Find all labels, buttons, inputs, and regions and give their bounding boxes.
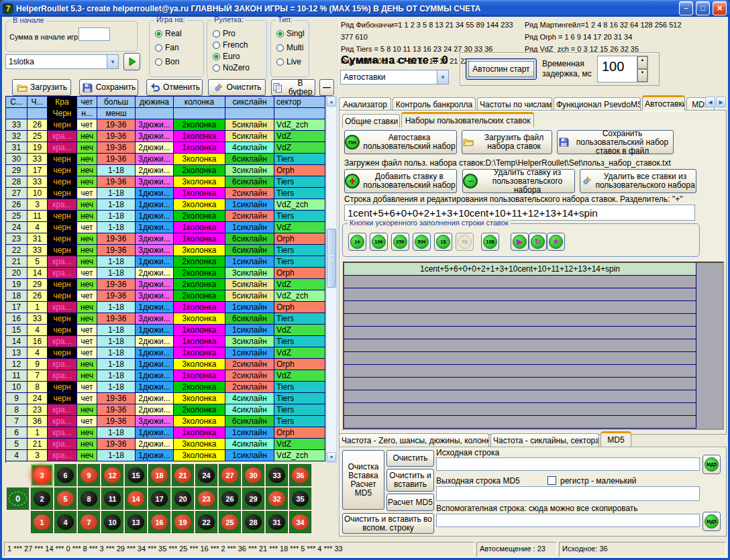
table-row[interactable]: 43кра...неч1-181дюжи...3колонка1сиклайнV… <box>6 450 326 461</box>
coin-button-1[interactable]: 10¢ <box>370 233 388 251</box>
board-cell-12[interactable]: 12 <box>101 464 123 486</box>
table-row[interactable]: 117кра...неч1-181дюжи...1колонка2сиклайн… <box>6 370 326 382</box>
mode-combo[interactable]: Автоставки ▼ <box>340 70 449 85</box>
board-cell-27[interactable]: 27 <box>219 464 241 486</box>
board-cell-31[interactable]: 31 <box>266 511 288 533</box>
board-cell-36[interactable]: 36 <box>289 464 311 486</box>
main-tab-1[interactable]: Контроль банкролла <box>393 97 476 111</box>
table-row[interactable]: 2833черннеч19-363дюжи...3колонка6сиклайн… <box>6 176 326 188</box>
table-row[interactable]: 215кра...неч1-181дюжи...2колонка1сиклайн… <box>6 256 326 268</box>
bet-list-row[interactable] <box>344 288 696 301</box>
toolbar-button-0[interactable]: Загрузить <box>12 79 71 96</box>
table-row[interactable]: 108чернчет1-181дюжи...2колонка2сиклайнTi… <box>6 382 326 393</box>
main-tab-0[interactable]: Анализатор <box>339 97 391 111</box>
board-cell-5[interactable]: 5 <box>54 488 76 510</box>
table-row[interactable]: 2014кра...чет1-182дюжи...2колонка3сиклай… <box>6 268 326 279</box>
table-row[interactable]: 2917черннеч1-182дюжи...2колонка3сиклайнO… <box>6 165 326 176</box>
slot-combo[interactable]: 1slotka ▼ <box>5 54 119 69</box>
radio-option-euro[interactable]: Euro <box>213 52 266 61</box>
coin-button-4[interactable]: 1$ <box>434 233 452 251</box>
table-row[interactable]: 3326чернчет19-363дюжи...2колонка5сиклайн… <box>6 119 326 131</box>
slot-play-button[interactable] <box>123 53 140 70</box>
board-cell-22[interactable]: 22 <box>195 511 217 533</box>
md5-clear-paste-calc-button[interactable]: Очистка Вставка Расчет MD5 <box>342 450 384 510</box>
register-checkbox[interactable] <box>548 476 556 485</box>
md5-source-input[interactable] <box>436 457 700 471</box>
delay-spinner[interactable]: 100 ▲ ▼ <box>597 56 648 82</box>
md5-clear-button[interactable]: Очистить <box>386 450 434 467</box>
table-row[interactable]: 129кра...неч1-181дюжи...3колонка2сиклайн… <box>6 359 326 370</box>
remove-all-bets-button[interactable]: Удалить все ставки из пользовательского … <box>580 169 696 193</box>
bet-list-row[interactable] <box>344 327 696 339</box>
board-cell-30[interactable]: 30 <box>242 464 264 486</box>
board-cell-17[interactable]: 17 <box>148 488 170 510</box>
bottom-tab-0[interactable]: Частота - Zero, шансы, дюжины, колонки <box>339 433 489 447</box>
board-cell-15[interactable]: 15 <box>125 464 147 486</box>
table-row[interactable]: 2331черннеч19-363дюжи...1колонка6сиклайн… <box>6 233 326 245</box>
bet-list-row[interactable] <box>344 314 696 327</box>
board-cell-6[interactable]: 6 <box>54 464 76 486</box>
table-row[interactable]: 1416кра...чет1-182дюжи...1колонка3сиклай… <box>6 336 326 347</box>
coin-button-2[interactable]: 25¢ <box>391 233 409 251</box>
board-cell-34[interactable]: 34 <box>289 511 311 533</box>
toolbar-button-3[interactable]: Очистить <box>208 79 266 96</box>
md5-run-button[interactable]: МД5 <box>702 455 721 474</box>
radio-option-french[interactable]: French <box>213 40 266 50</box>
scrollbar-thumb[interactable] <box>327 229 336 288</box>
board-cell-9[interactable]: 9 <box>78 464 100 486</box>
board-cell-2[interactable]: 2 <box>31 488 53 510</box>
board-cell-25[interactable]: 25 <box>219 511 241 533</box>
spin-up-icon[interactable]: ▲ <box>637 56 647 69</box>
star-button[interactable]: ✶ <box>547 233 565 251</box>
radio-option-multi[interactable]: Multi <box>276 43 309 52</box>
coin-button-6[interactable]: 10$ <box>481 233 499 251</box>
spin-down-icon[interactable]: ▼ <box>637 69 647 82</box>
table-row[interactable]: 3119кра...неч19-362дюжи...1колонка4сикла… <box>6 142 326 154</box>
board-cell-32[interactable]: 32 <box>266 488 288 510</box>
tab-scroll-left-icon[interactable]: ◀ <box>705 97 715 107</box>
table-row[interactable]: 736кра...чет19-363дюжи...3колонка6сиклай… <box>6 416 326 427</box>
chevron-down-icon[interactable]: ▼ <box>437 70 448 84</box>
board-cell-21[interactable]: 21 <box>172 464 194 486</box>
board-cell-14[interactable]: 14 <box>125 488 147 510</box>
save-bet-file-button[interactable]: Сохранить пользовательский набор ставок … <box>557 130 674 154</box>
main-tab-3[interactable]: Функционал PsevdoMS <box>554 97 641 111</box>
board-cell-20[interactable]: 20 <box>172 488 194 510</box>
scroll-down-icon[interactable]: ▼ <box>327 452 336 462</box>
md5-output-input[interactable] <box>436 486 700 501</box>
bet-list-row[interactable] <box>344 403 696 416</box>
results-table-body[interactable]: 3326чернчет19-363дюжи...2колонка5сиклайн… <box>6 119 326 461</box>
delay-value[interactable]: 100 <box>598 56 637 82</box>
table-row[interactable]: 924чернчет19-362дюжи...3колонка4сиклайнT… <box>6 393 326 404</box>
table-row[interactable]: 2710чернчет1-181дюжи...1колонка2сиклайнT… <box>6 188 326 199</box>
main-tab-2[interactable]: Частоты по числам <box>477 97 552 111</box>
bet-list-row[interactable] <box>344 416 696 429</box>
bet-list-row[interactable] <box>344 276 696 288</box>
start-sum-input[interactable] <box>79 27 110 41</box>
table-row[interactable]: 61кра...неч1-181дюжи...1колонка1сиклайнO… <box>6 427 326 439</box>
table-row[interactable]: 244чернчет1-181дюжи...1колонка1сиклайнVd… <box>6 222 326 233</box>
board-cell-28[interactable]: 28 <box>242 511 264 533</box>
board-cell-33[interactable]: 33 <box>266 464 288 486</box>
table-row[interactable]: 3225кра...неч19-363дюжи...1колонка5сикла… <box>6 131 326 142</box>
bet-list-row[interactable] <box>344 390 696 403</box>
board-cell-29[interactable]: 29 <box>242 488 264 510</box>
table-row[interactable]: 2511черннеч1-181дюжи...2колонка2сиклайнT… <box>6 211 326 222</box>
table-row[interactable]: 263кра...неч1-181дюжи...3колонка1сиклайн… <box>6 199 326 211</box>
main-tab-4[interactable]: Автоставки <box>642 95 685 111</box>
bottom-tab-2[interactable]: MD5 <box>601 431 631 447</box>
bet-list-row[interactable] <box>344 378 696 390</box>
table-row[interactable]: 1929черннеч19-363дюжи...2колонка5сиклайн… <box>6 279 326 290</box>
toolbar-button-4[interactable]: В буфер <box>271 79 315 96</box>
play-button[interactable]: ▶ <box>511 233 529 251</box>
board-cell-3[interactable]: 3 <box>31 464 53 486</box>
radio-option-nozero[interactable]: NoZero <box>213 63 266 72</box>
add-bet-button[interactable]: ✚ Добавить ставку в пользовательский наб… <box>344 169 457 193</box>
radio-option-singl[interactable]: Singl <box>276 29 309 38</box>
close-button[interactable]: ✕ <box>713 1 727 15</box>
board-cell-35[interactable]: 35 <box>289 488 311 510</box>
table-row[interactable]: 2233черннеч19-363дюжи...3колонка6сиклайн… <box>6 245 326 256</box>
board-cell-1[interactable]: 1 <box>31 511 53 533</box>
load-bet-file-button[interactable]: Загрузить файл набора ставок <box>462 130 552 154</box>
board-cell-10[interactable]: 10 <box>101 511 123 533</box>
